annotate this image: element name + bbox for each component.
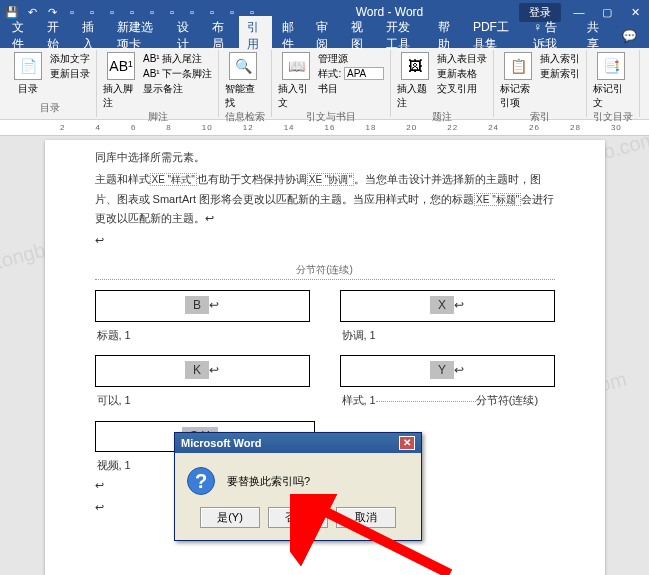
cross-reference-button[interactable]: 交叉引用 — [437, 82, 487, 96]
xe-field: XE "协调" — [307, 173, 354, 186]
question-icon: ? — [187, 467, 215, 495]
ribbon: 📄目录 添加文字 更新目录 目录 AB¹插入脚注 AB¹ 插入尾注 AB¹ 下一… — [0, 48, 649, 120]
show-notes-button[interactable]: 显示备注 — [143, 82, 212, 96]
index-icon: 📋 — [504, 52, 532, 80]
paragraph[interactable]: 主题和样式XE "样式"也有助于文档保持协调XE "协调"。当您单击设计并选择新… — [95, 170, 555, 229]
citation-style-select[interactable]: 样式: APA — [318, 67, 384, 81]
index-column-left: B↩ 标题, 1 K↩ 可以, 1 — [95, 290, 310, 411]
paragraph[interactable]: 同库中选择所需元素。 — [95, 148, 555, 168]
index-heading: Y↩ — [340, 355, 555, 387]
index-entry: 样式, 1分节符(连续) — [340, 391, 555, 411]
update-table-button[interactable]: 更新表格 — [437, 67, 487, 81]
toa-icon: 📑 — [597, 52, 625, 80]
ribbon-group-toc: 📄目录 添加文字 更新目录 目录 — [4, 50, 97, 117]
ribbon-group-citations: 📖插入引文 管理源 样式: APA 书目 引文与书目 — [272, 50, 391, 117]
ribbon-group-index: 📋标记索引项 插入索引 更新索引 索引 — [494, 50, 587, 117]
mark-citation-button[interactable]: 📑标记引文 — [593, 52, 629, 110]
ribbon-group-footnote: AB¹插入脚注 AB¹ 插入尾注 AB¹ 下一条脚注 显示备注 脚注 — [97, 50, 219, 117]
index-entry: 协调, 1 — [340, 326, 555, 346]
toc-icon: 📄 — [14, 52, 42, 80]
bibliography-button[interactable]: 书目 — [318, 82, 384, 96]
insert-endnote-button[interactable]: AB¹ 插入尾注 — [143, 52, 212, 66]
index-columns: B↩ 标题, 1 K↩ 可以, 1 X↩ 协调, 1 Y↩ 样式, 1分节符(连… — [95, 290, 555, 411]
index-column-right: X↩ 协调, 1 Y↩ 样式, 1分节符(连续) — [340, 290, 555, 411]
close-icon[interactable]: ✕ — [625, 6, 645, 19]
index-heading: X↩ — [340, 290, 555, 322]
add-text-button[interactable]: 添加文字 — [50, 52, 90, 66]
dialog-body: ? 要替换此索引吗? — [175, 453, 421, 501]
toc-button[interactable]: 📄目录 — [10, 52, 46, 96]
footnote-icon: AB¹ — [107, 52, 135, 80]
section-break: 分节符(连续) — [95, 261, 555, 280]
ribbon-group-captions: 🖼插入题注 插入表目录 更新表格 交叉引用 题注 — [391, 50, 494, 117]
insert-index-button[interactable]: 插入索引 — [540, 52, 580, 66]
manage-sources-button[interactable]: 管理源 — [318, 52, 384, 66]
dialog-title: Microsoft Word — [181, 437, 261, 449]
ribbon-group-research: 🔍智能查找 信息检索 — [219, 50, 272, 117]
dialog-buttons: 是(Y) 否(N) 取消 — [175, 501, 421, 540]
ribbon-tabs: 文件 开始 插入 新建选项卡 设计 布局 引用 邮件 审阅 视图 开发工具 帮助… — [0, 24, 649, 48]
caption-icon: 🖼 — [401, 52, 429, 80]
update-toc-button[interactable]: 更新目录 — [50, 67, 90, 81]
comments-icon[interactable]: 💬 — [614, 26, 645, 46]
insert-citation-button[interactable]: 📖插入引文 — [278, 52, 314, 110]
no-button[interactable]: 否(N) — [268, 507, 328, 528]
ribbon-group-toa: 📑标记引文 引文目录 — [587, 50, 640, 117]
yes-button[interactable]: 是(Y) — [200, 507, 260, 528]
insert-footnote-button[interactable]: AB¹插入脚注 — [103, 52, 139, 110]
search-icon: 🔍 — [229, 52, 257, 80]
index-heading: B↩ — [95, 290, 310, 322]
index-heading: K↩ — [95, 355, 310, 387]
confirm-dialog: Microsoft Word ✕ ? 要替换此索引吗? 是(Y) 否(N) 取消 — [174, 432, 422, 541]
mark-entry-button[interactable]: 📋标记索引项 — [500, 52, 536, 110]
index-entry: 可以, 1 — [95, 391, 310, 411]
dialog-message: 要替换此索引吗? — [227, 474, 310, 489]
index-entry: 标题, 1 — [95, 326, 310, 346]
cancel-button[interactable]: 取消 — [336, 507, 396, 528]
next-footnote-button[interactable]: AB¹ 下一条脚注 — [143, 67, 212, 81]
insert-caption-button[interactable]: 🖼插入题注 — [397, 52, 433, 110]
smart-lookup-button[interactable]: 🔍智能查找 — [225, 52, 261, 110]
dialog-close-icon[interactable]: ✕ — [399, 436, 415, 450]
update-index-button[interactable]: 更新索引 — [540, 67, 580, 81]
xe-field: XE "标题" — [474, 193, 521, 206]
insert-tof-button[interactable]: 插入表目录 — [437, 52, 487, 66]
paragraph-mark: ↩ — [95, 231, 555, 251]
citation-icon: 📖 — [282, 52, 310, 80]
dialog-title-bar[interactable]: Microsoft Word ✕ — [175, 433, 421, 453]
xe-field: XE "样式" — [150, 173, 197, 186]
